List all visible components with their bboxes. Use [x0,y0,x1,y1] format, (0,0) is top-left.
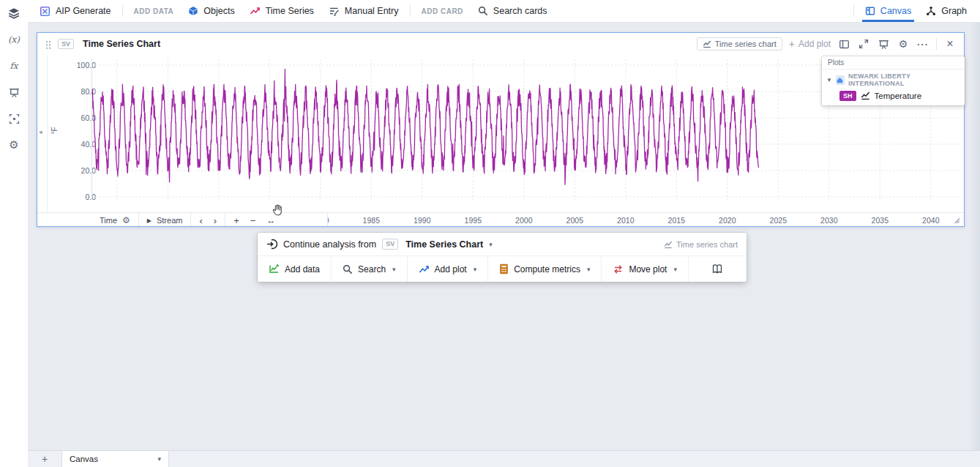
add-plot-button[interactable]: Add plot▾ [408,256,489,282]
add-data-section-label: ADD DATA [127,7,182,15]
calculator-icon [499,264,509,274]
add-data-button[interactable]: Add data [258,256,332,282]
trend-icon [419,264,430,274]
add-data-icon [269,264,280,274]
card-variable-badge: SV [58,39,74,50]
y-axis-tick-label: 100.0 [59,61,96,70]
chevron-down-icon[interactable]: ▼ [826,77,832,83]
card-settings-gear-icon[interactable]: ⚙ [897,37,910,51]
aip-generate-button[interactable]: AIP Generate [32,0,119,22]
left-sidebar: (x) fx ⚙ [0,0,29,467]
drag-handle-icon[interactable] [45,40,51,49]
stream-button[interactable]: ▶ Stream [139,213,192,227]
toolbar-divider [853,5,854,17]
series-name-label: Temperature [875,91,922,100]
continue-analysis-label: Continue analysis from [283,239,376,250]
search-button[interactable]: Search▾ [332,256,408,282]
time-series-button[interactable]: Time Series [242,0,321,22]
y-axis-tick-labels: 0.020.040.060.080.0100.0 [59,59,96,209]
search-label: Search [358,264,386,274]
x-axis-tick-label: 2005 [566,216,583,225]
collapse-axis-icon[interactable]: ◂ [39,128,42,135]
move-plot-button[interactable]: Move plot▾ [602,256,689,282]
play-icon: ▶ [147,217,152,224]
variables-icon[interactable]: (x) [6,31,22,48]
plus-icon: + [789,39,795,49]
side-panel-icon[interactable] [837,37,850,51]
x-axis-tick-label: 2035 [872,216,889,225]
context-toolbar: Continue analysis from SV Time Series Ch… [258,233,747,282]
fit-x-axis-button[interactable]: ↔ [266,216,275,225]
zoom-controls: + − ↔ [225,213,283,227]
trend-icon [250,6,261,16]
more-options-icon[interactable]: ··· [916,37,929,51]
axis-gear-icon[interactable]: ⚙ [122,215,130,225]
add-data-label: Add data [285,264,320,274]
settings-gear-icon[interactable]: ⚙ [6,137,22,153]
manual-entry-button[interactable]: Manual Entry [321,0,406,22]
view-canvas-tab[interactable]: Canvas [858,0,919,22]
focus-icon[interactable] [6,111,22,127]
canvas-view-icon [865,6,875,16]
close-card-icon[interactable]: × [943,37,957,51]
move-plot-label: Move plot [629,264,667,274]
cube-icon [188,6,198,16]
chart-line-icon [703,40,711,48]
chevron-down-icon: ▾ [587,266,591,273]
zoom-out-button[interactable]: − [250,216,256,225]
zoom-in-button[interactable]: + [233,216,239,225]
y-axis-unit-label: °F [51,127,59,134]
x-axis-tick-label: 1985 [363,216,380,225]
add-plot-label: Add plot [798,39,831,49]
plots-series-row[interactable]: SH Temperature [822,89,965,105]
add-canvas-button[interactable]: + [28,451,62,467]
canvas-tab-label: Canvas [70,455,98,463]
search-cards-label: Search cards [493,6,547,16]
continue-arrow-icon [266,239,277,250]
x-axis-tick-label: 1990 [414,216,430,225]
chevron-down-icon[interactable]: ▾ [489,241,493,248]
canvas-tab-label: Canvas [880,6,911,16]
compute-metrics-button[interactable]: Compute metrics▾ [488,256,602,282]
chevron-down-icon: ▾ [673,266,677,273]
continue-analysis-row: Continue analysis from SV Time Series Ch… [258,233,747,256]
source-variable-badge: SV [382,239,398,250]
presentation-icon[interactable] [877,37,890,51]
reference-book-icon[interactable] [689,256,747,282]
add-plot-button[interactable]: + Add plot [789,39,831,49]
pan-right-button[interactable]: › [214,216,217,225]
top-toolbar: AIP Generate ADD DATA Objects Time Serie… [28,0,980,23]
search-icon [343,264,353,274]
functions-icon[interactable]: fx [6,58,22,74]
source-type-label: Time series chart [676,240,738,249]
plots-panel: Plots ▼ NEWARK LIBERTY INTERNATIONAL SH … [822,56,965,105]
view-graph-tab[interactable]: Graph [919,0,974,22]
search-cards-button[interactable]: Search cards [471,0,555,22]
manual-entry-label: Manual Entry [345,6,399,16]
chart-line-icon [664,240,673,249]
bottom-tab-bar: + Canvas ▾ [28,450,980,467]
x-axis-tick-label: 2040 [922,216,939,225]
graph-tab-label: Graph [941,6,967,16]
plots-group-label: NEWARK LIBERTY INTERNATIONAL [848,72,960,87]
plots-group-row[interactable]: ▼ NEWARK LIBERTY INTERNATIONAL [822,70,965,89]
card-title: Time Series Chart [83,39,160,49]
objects-button[interactable]: Objects [181,0,242,22]
move-icon [613,264,624,274]
layers-icon[interactable] [6,5,22,21]
x-axis-tick-label: 2015 [668,216,685,225]
y-axis-tick-label: 20.0 [59,166,96,175]
presentation-icon[interactable] [6,84,22,100]
pan-left-button[interactable]: ‹ [199,216,202,225]
x-axis-tick-label: 1995 [465,216,482,225]
card-header: SV Time Series Chart Time series chart +… [37,33,964,55]
maximize-icon[interactable] [857,37,870,51]
canvas-tab[interactable]: Canvas ▾ [62,451,169,467]
header-divider [936,38,937,50]
card-type-badge-label: Time series chart [715,40,777,48]
x-axis-tick-label: 2000 [515,216,532,225]
manual-entry-icon [329,6,340,16]
source-card-name: Time Series Chart [405,239,483,250]
time-axis-label: Time [100,216,117,225]
chevron-down-icon[interactable]: ▾ [157,455,161,463]
